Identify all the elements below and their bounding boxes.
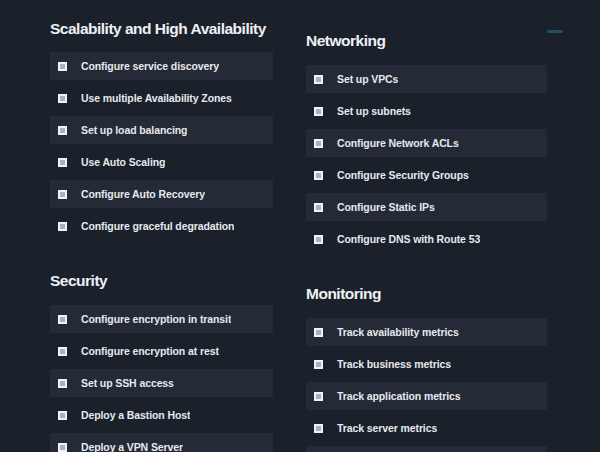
checklist-item-label: Set up VPCs xyxy=(337,73,398,85)
checklist-item-label: Deploy a VPN Server xyxy=(81,441,183,452)
checklist-item[interactable]: Deploy a VPN Server xyxy=(50,433,273,452)
section-title: Security xyxy=(50,270,273,292)
checklist-item-label: Configure DNS with Route 53 xyxy=(337,233,480,245)
checkbox-icon[interactable] xyxy=(58,315,67,324)
checklist-item[interactable]: Track business metrics xyxy=(306,350,547,378)
checklist-item[interactable]: Track server metrics xyxy=(306,414,547,442)
collapse-section-minus-icon[interactable] xyxy=(547,30,563,33)
checklist-item-label: Set up subnets xyxy=(337,105,411,117)
checkbox-icon[interactable] xyxy=(314,203,323,212)
checklist-item-label: Configure encryption in transit xyxy=(81,313,231,325)
checklist-item[interactable]: Configure DNS with Route 53 xyxy=(306,225,547,253)
section-scalability-ha: Scalability and High Availability Config… xyxy=(50,18,273,240)
right-column: Networking Set up VPCs Set up subnets Co… xyxy=(306,0,547,452)
checklist-item[interactable]: Set up VPCs xyxy=(306,65,547,93)
left-column: Scalability and High Availability Config… xyxy=(50,0,273,452)
checklist-item-label: Configure service discovery xyxy=(81,60,219,72)
checklist-item[interactable]: Track application metrics xyxy=(306,382,547,410)
checklist: Configure encryption in transit Configur… xyxy=(50,305,273,452)
checkbox-icon[interactable] xyxy=(58,158,67,167)
checklist-item-label: Deploy a Bastion Host xyxy=(81,409,190,421)
checklist-item-label: Configure Security Groups xyxy=(337,169,469,181)
checklist-item-label: Configure encryption at rest xyxy=(81,345,219,357)
section-title: Scalability and High Availability xyxy=(50,18,273,40)
checklist-item[interactable]: Use multiple Availability Zones xyxy=(50,84,273,112)
checklist-item[interactable]: Configure Static IPs xyxy=(306,193,547,221)
checkbox-icon[interactable] xyxy=(314,75,323,84)
section-title: Monitoring xyxy=(306,283,547,305)
checklist-item-label: Track business metrics xyxy=(337,358,451,370)
section-networking: Networking Set up VPCs Set up subnets Co… xyxy=(306,30,547,253)
checklist-item[interactable]: Set up subnets xyxy=(306,97,547,125)
checkbox-icon[interactable] xyxy=(58,347,67,356)
checklist-item[interactable]: Configure encryption at rest xyxy=(50,337,273,365)
checklist-item-label: Configure Auto Recovery xyxy=(81,188,205,200)
checkbox-icon[interactable] xyxy=(58,443,67,452)
checklist-item[interactable]: Configure Network ACLs xyxy=(306,129,547,157)
checkbox-icon[interactable] xyxy=(314,139,323,148)
checkbox-icon[interactable] xyxy=(58,94,67,103)
checklist-item[interactable]: Deploy a Bastion Host xyxy=(50,401,273,429)
checklist: Configure service discovery Use multiple… xyxy=(50,52,273,240)
checkbox-icon[interactable] xyxy=(58,190,67,199)
checklist-item[interactable]: Configure graceful degradation xyxy=(50,212,273,240)
checklist-item-label: Use Auto Scaling xyxy=(81,156,165,168)
checklist: Track availability metrics Track busines… xyxy=(306,318,547,452)
checkbox-icon[interactable] xyxy=(314,360,323,369)
checklist-item-label: Set up load balancing xyxy=(81,124,187,136)
checklist-item-label: Configure Static IPs xyxy=(337,201,435,213)
checklist: Set up VPCs Set up subnets Configure Net… xyxy=(306,65,547,253)
checklist-item[interactable]: Use Auto Scaling xyxy=(50,148,273,176)
checkbox-icon[interactable] xyxy=(58,126,67,135)
checklist-item-label: Use multiple Availability Zones xyxy=(81,92,232,104)
checklist-item[interactable]: Configure service discovery xyxy=(50,52,273,80)
checklist-item[interactable]: Configure services for observability xyxy=(306,446,547,452)
checklist-item[interactable]: Track availability metrics xyxy=(306,318,547,346)
checklist-item-label: Configure Network ACLs xyxy=(337,137,459,149)
section-monitoring: Monitoring Track availability metrics Tr… xyxy=(306,283,547,452)
checklist-item[interactable]: Configure Auto Recovery xyxy=(50,180,273,208)
checkbox-icon[interactable] xyxy=(314,171,323,180)
section-title: Networking xyxy=(306,30,547,52)
checklist-page: Scalability and High Availability Config… xyxy=(0,0,600,452)
checkbox-icon[interactable] xyxy=(314,424,323,433)
checklist-item[interactable]: Configure Security Groups xyxy=(306,161,547,189)
checklist-item-label: Track availability metrics xyxy=(337,326,459,338)
checkbox-icon[interactable] xyxy=(314,235,323,244)
checklist-item-label: Track application metrics xyxy=(337,390,461,402)
checklist-item-label: Track server metrics xyxy=(337,422,437,434)
checklist-item[interactable]: Set up load balancing xyxy=(50,116,273,144)
checkbox-icon[interactable] xyxy=(58,62,67,71)
checkbox-icon[interactable] xyxy=(314,392,323,401)
checkbox-icon[interactable] xyxy=(58,222,67,231)
checkbox-icon[interactable] xyxy=(58,411,67,420)
checkbox-icon[interactable] xyxy=(314,107,323,116)
section-security: Security Configure encryption in transit… xyxy=(50,270,273,452)
checklist-item-label: Set up SSH access xyxy=(81,377,174,389)
checkbox-icon[interactable] xyxy=(58,379,67,388)
checklist-item[interactable]: Configure encryption in transit xyxy=(50,305,273,333)
checkbox-icon[interactable] xyxy=(314,328,323,337)
checklist-item[interactable]: Set up SSH access xyxy=(50,369,273,397)
checklist-item-label: Configure graceful degradation xyxy=(81,220,234,232)
